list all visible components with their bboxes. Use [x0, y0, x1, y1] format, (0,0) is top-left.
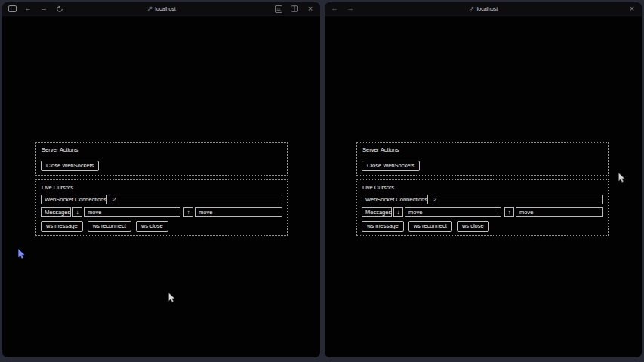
live-cursors-panel: Live Cursors WebSocket Connections 2 Mes…: [356, 179, 609, 236]
connections-row: WebSocket Connections 2: [41, 195, 282, 204]
ws-close-button[interactable]: ws close: [457, 221, 489, 232]
link-icon: [469, 6, 475, 12]
server-actions-panel: Server Actions Close WebSockets: [356, 142, 609, 176]
reload-icon[interactable]: [55, 5, 64, 14]
messages-label: Messages: [41, 207, 71, 217]
browser-window-right: ← → localhost × Server Actions Close Web…: [325, 2, 642, 357]
back-icon[interactable]: ←: [330, 5, 339, 14]
ws-buttons-row: ws message ws reconnect ws close: [362, 221, 603, 232]
server-actions-title: Server Actions: [42, 146, 282, 154]
ws-reconnect-button[interactable]: ws reconnect: [408, 221, 452, 232]
link-icon: [146, 6, 153, 12]
browser-toolbar: ← → localhost ×: [325, 2, 642, 16]
incoming-message-value: move: [405, 207, 501, 217]
split-view-icon[interactable]: [290, 5, 299, 14]
messages-row: Messages ↓ move ↑ move: [362, 207, 603, 217]
back-icon[interactable]: ←: [23, 5, 32, 14]
url-text: localhost: [477, 6, 498, 11]
arrow-up-icon: ↑: [183, 207, 193, 217]
toolbar-left-group: ← →: [8, 5, 64, 14]
desktop: { "colors": { "desktop_bg": "#272934", "…: [0, 0, 644, 362]
connections-label: WebSocket Connections: [41, 195, 107, 204]
toolbar-right-group: ×: [627, 5, 636, 14]
live-cursors-title: Live Cursors: [42, 184, 282, 192]
outgoing-message-value: move: [516, 207, 603, 217]
live-cursors-title: Live Cursors: [362, 184, 603, 192]
close-window-icon[interactable]: ×: [627, 5, 636, 14]
messages-label: Messages: [362, 207, 392, 217]
remote-cursor-white: [618, 172, 625, 186]
ws-buttons-row: ws message ws reconnect ws close: [41, 221, 282, 232]
toolbar-left-group: ← →: [330, 5, 355, 14]
server-actions-title: Server Actions: [362, 146, 603, 154]
sidebar-toggle-icon[interactable]: [8, 5, 17, 14]
ws-message-button[interactable]: ws message: [362, 221, 404, 232]
mouse-pointer: [168, 292, 175, 305]
messages-row: Messages ↓ move ↑ move: [41, 207, 282, 217]
close-window-icon[interactable]: ×: [306, 5, 315, 14]
page-content: Server Actions Close WebSockets Live Cur…: [35, 142, 288, 240]
browser-toolbar: ← → localhost ×: [2, 2, 320, 16]
address-bar[interactable]: localhost: [469, 6, 498, 12]
connections-label: WebSocket Connections: [362, 195, 428, 204]
server-actions-panel: Server Actions Close WebSockets: [35, 142, 288, 176]
incoming-message-value: move: [84, 207, 180, 217]
arrow-down-icon: ↓: [393, 207, 403, 217]
remote-cursor-blue: [18, 248, 25, 262]
close-websockets-button[interactable]: Close WebSockets: [41, 161, 99, 171]
address-bar[interactable]: localhost: [146, 6, 176, 12]
arrow-up-icon: ↑: [504, 207, 514, 217]
page-content: Server Actions Close WebSockets Live Cur…: [356, 142, 609, 240]
forward-icon[interactable]: →: [39, 5, 48, 14]
connections-row: WebSocket Connections 2: [362, 195, 603, 204]
ws-message-button[interactable]: ws message: [41, 221, 83, 232]
browser-window-left: ← → localhost × Server Actions Close Web…: [2, 2, 320, 357]
outgoing-message-value: move: [195, 207, 282, 217]
live-cursors-panel: Live Cursors WebSocket Connections 2 Mes…: [35, 179, 288, 236]
reader-view-icon[interactable]: [274, 5, 283, 14]
url-text: localhost: [155, 6, 176, 11]
toolbar-right-group: ×: [274, 5, 315, 14]
close-websockets-button[interactable]: Close WebSockets: [362, 161, 420, 171]
forward-icon[interactable]: →: [346, 5, 355, 14]
connections-count: 2: [109, 195, 282, 204]
ws-close-button[interactable]: ws close: [136, 221, 168, 232]
arrow-down-icon: ↓: [72, 207, 82, 217]
ws-reconnect-button[interactable]: ws reconnect: [88, 221, 131, 232]
connections-count: 2: [430, 195, 603, 204]
